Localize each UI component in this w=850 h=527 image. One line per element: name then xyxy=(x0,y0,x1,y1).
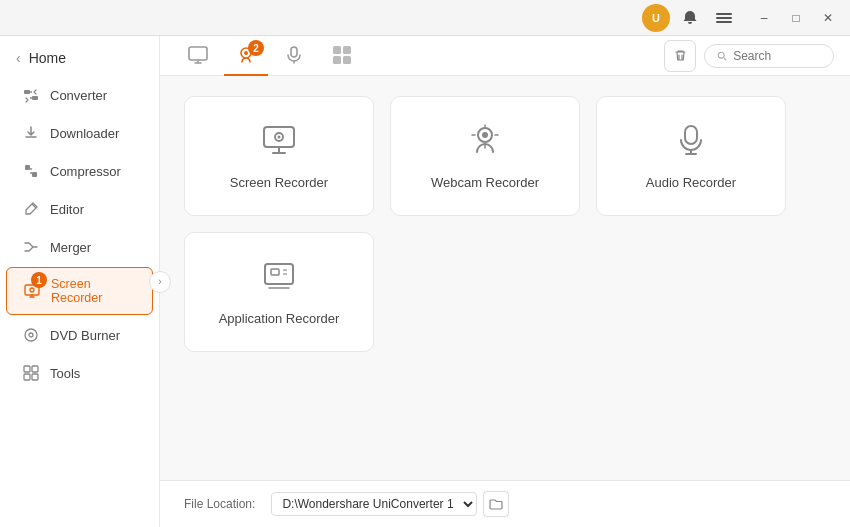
collapse-sidebar-button[interactable]: › xyxy=(149,271,171,293)
svg-rect-31 xyxy=(271,269,279,275)
search-box xyxy=(704,44,834,68)
tab-audio[interactable] xyxy=(272,36,316,76)
svg-rect-22 xyxy=(343,56,351,64)
svg-rect-33 xyxy=(283,273,287,275)
svg-point-8 xyxy=(30,288,34,292)
svg-rect-14 xyxy=(32,374,38,380)
svg-rect-6 xyxy=(32,172,37,177)
sidebar-item-screen-recorder[interactable]: Screen Recorder 1 xyxy=(6,267,153,315)
dvd-burner-icon xyxy=(22,326,40,344)
card-application-recorder-label: Application Recorder xyxy=(219,311,340,326)
app-body: ‹ Home Converter Downloader Compressor xyxy=(0,36,850,527)
svg-rect-2 xyxy=(716,21,732,23)
webcam-tab-badge: 2 xyxy=(248,40,264,56)
sidebar-item-downloader[interactable]: Downloader xyxy=(6,115,153,151)
svg-rect-18 xyxy=(291,47,297,57)
webcam-recorder-card-icon xyxy=(467,122,503,165)
notify-button[interactable] xyxy=(676,4,704,32)
screen-recorder-card-icon xyxy=(261,122,297,165)
svg-point-26 xyxy=(278,136,281,139)
file-location-select[interactable]: D:\Wondershare UniConverter 1 C:\Users\V… xyxy=(271,492,477,516)
sidebar-item-label: Screen Recorder xyxy=(51,277,136,305)
cards-area: Screen Recorder Webcam Recorder xyxy=(160,76,850,480)
trash-icon xyxy=(673,48,688,63)
minimize-button[interactable]: – xyxy=(750,4,778,32)
search-input[interactable] xyxy=(733,49,821,63)
sidebar-item-dvd-burner[interactable]: DVD Burner xyxy=(6,317,153,353)
card-application-recorder[interactable]: Application Recorder xyxy=(184,232,374,352)
card-webcam-recorder[interactable]: Webcam Recorder xyxy=(390,96,580,216)
svg-rect-19 xyxy=(333,46,341,54)
top-actions xyxy=(664,40,834,72)
svg-rect-15 xyxy=(189,47,207,60)
file-location-label: File Location: xyxy=(184,497,255,511)
tab-screen[interactable] xyxy=(176,36,220,76)
bell-icon xyxy=(682,10,698,26)
svg-rect-5 xyxy=(25,165,30,170)
sidebar-item-editor[interactable]: Editor xyxy=(6,191,153,227)
close-button[interactable]: ✕ xyxy=(814,4,842,32)
svg-point-28 xyxy=(482,132,488,138)
svg-point-10 xyxy=(29,333,33,337)
sidebar-item-label: Tools xyxy=(50,366,80,381)
folder-icon xyxy=(489,497,503,511)
maximize-button[interactable]: □ xyxy=(782,4,810,32)
sidebar-item-label: Converter xyxy=(50,88,107,103)
tab-apps[interactable] xyxy=(320,36,364,76)
svg-rect-29 xyxy=(685,126,697,144)
sidebar-item-compressor[interactable]: Compressor xyxy=(6,153,153,189)
card-audio-recorder-label: Audio Recorder xyxy=(646,175,736,190)
sidebar-item-label: Downloader xyxy=(50,126,119,141)
footer-path: D:\Wondershare UniConverter 1 C:\Users\V… xyxy=(271,491,509,517)
svg-point-23 xyxy=(718,52,724,58)
card-audio-recorder[interactable]: Audio Recorder xyxy=(596,96,786,216)
window-controls: – □ ✕ xyxy=(750,4,842,32)
tab-webcam[interactable]: 2 xyxy=(224,36,268,76)
main-content: 2 xyxy=(160,36,850,527)
menu-button[interactable] xyxy=(710,4,738,32)
svg-rect-1 xyxy=(716,17,732,19)
svg-rect-21 xyxy=(333,56,341,64)
title-bar-icons: U xyxy=(642,4,738,32)
sidebar-item-merger[interactable]: Merger xyxy=(6,229,153,265)
editor-icon xyxy=(22,200,40,218)
sidebar: ‹ Home Converter Downloader Compressor xyxy=(0,36,160,527)
audio-tab-icon xyxy=(283,44,305,66)
card-webcam-recorder-label: Webcam Recorder xyxy=(431,175,539,190)
back-arrow-icon: ‹ xyxy=(16,50,21,66)
screen-recorder-badge: 1 xyxy=(31,272,47,288)
tab-bar: 2 xyxy=(176,36,364,75)
sidebar-item-label: DVD Burner xyxy=(50,328,120,343)
sidebar-item-tools[interactable]: Tools xyxy=(6,355,153,391)
sidebar-item-label: Compressor xyxy=(50,164,121,179)
compressor-icon xyxy=(22,162,40,180)
home-label: Home xyxy=(29,50,66,66)
svg-rect-20 xyxy=(343,46,351,54)
audio-recorder-card-icon xyxy=(673,122,709,165)
sidebar-home[interactable]: ‹ Home xyxy=(0,40,159,76)
svg-point-9 xyxy=(25,329,37,341)
cards-row-2: Application Recorder xyxy=(184,232,826,352)
svg-rect-12 xyxy=(32,366,38,372)
footer-bar: File Location: D:\Wondershare UniConvert… xyxy=(160,480,850,527)
title-bar: U – □ ✕ xyxy=(0,0,850,36)
user-avatar: U xyxy=(642,4,670,32)
cards-row-1: Screen Recorder Webcam Recorder xyxy=(184,96,826,216)
svg-rect-3 xyxy=(24,90,30,94)
svg-rect-0 xyxy=(716,13,732,15)
svg-rect-4 xyxy=(32,96,38,100)
application-recorder-card-icon xyxy=(261,258,297,301)
downloader-icon xyxy=(22,124,40,142)
open-folder-button[interactable] xyxy=(483,491,509,517)
tools-icon xyxy=(22,364,40,382)
svg-rect-32 xyxy=(283,269,287,271)
card-screen-recorder[interactable]: Screen Recorder xyxy=(184,96,374,216)
svg-rect-11 xyxy=(24,366,30,372)
sidebar-item-label: Merger xyxy=(50,240,91,255)
sidebar-item-converter[interactable]: Converter xyxy=(6,77,153,113)
converter-icon xyxy=(22,86,40,104)
search-icon xyxy=(717,50,727,62)
delete-button[interactable] xyxy=(664,40,696,72)
screen-tab-icon xyxy=(187,44,209,66)
top-bar: 2 xyxy=(160,36,850,76)
